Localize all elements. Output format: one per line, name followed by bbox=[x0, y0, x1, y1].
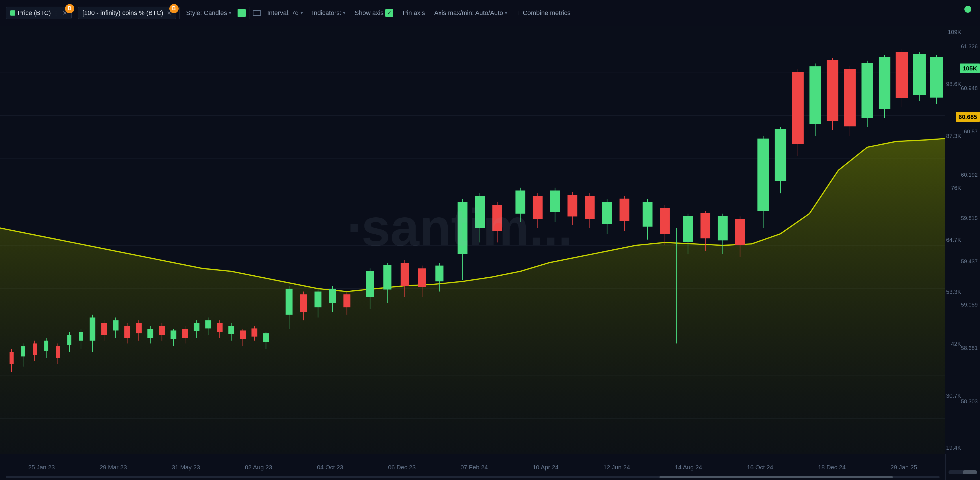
btc-label-2: 60.948 bbox=[961, 85, 978, 92]
price-label-109k: 109K bbox=[945, 29, 961, 35]
indicators-label: Indicators: bbox=[312, 9, 342, 17]
chart-area: ·santim... bbox=[0, 26, 945, 454]
svg-rect-95 bbox=[620, 199, 630, 221]
btc-label-5: 59.815 bbox=[961, 215, 978, 222]
indicators-control[interactable]: Indicators: ▾ bbox=[309, 8, 348, 19]
interval-icon[interactable] bbox=[253, 10, 261, 16]
metric1-label: Price (BTC) bbox=[18, 9, 51, 17]
svg-rect-51 bbox=[240, 331, 246, 339]
pin-axis-control[interactable]: Pin axis bbox=[400, 8, 428, 19]
price-label-76k: 76K bbox=[945, 185, 961, 192]
chart-svg: ·santim... bbox=[0, 26, 945, 454]
svg-rect-47 bbox=[217, 323, 223, 332]
price-label-647k: 64.7K bbox=[945, 237, 961, 243]
svg-rect-128 bbox=[913, 54, 926, 95]
date-label-6: 07 Feb 24 bbox=[460, 464, 488, 471]
status-dot bbox=[964, 6, 971, 13]
svg-rect-43 bbox=[194, 323, 199, 331]
svg-rect-27 bbox=[101, 323, 107, 335]
svg-rect-69 bbox=[383, 265, 391, 290]
show-axis-checkbox[interactable]: ✓ bbox=[385, 9, 393, 17]
svg-rect-63 bbox=[329, 288, 336, 303]
svg-rect-112 bbox=[775, 129, 786, 181]
date-label-3: 02 Aug 23 bbox=[245, 464, 272, 471]
svg-rect-13 bbox=[21, 346, 25, 356]
date-label-8: 12 Jun 24 bbox=[603, 464, 630, 471]
price-label-873k: 87.3K bbox=[945, 133, 961, 139]
svg-rect-21 bbox=[67, 335, 72, 345]
btc-label-4: 60.192 bbox=[961, 172, 978, 178]
combine-label: Combine metrics bbox=[523, 9, 571, 17]
date-label-10: 16 Oct 24 bbox=[747, 464, 773, 471]
svg-rect-35 bbox=[147, 329, 153, 338]
show-axis-control[interactable]: Show axis ✓ bbox=[352, 7, 396, 19]
svg-rect-126 bbox=[896, 52, 908, 98]
svg-text:·santim...: ·santim... bbox=[347, 198, 572, 256]
btc-label-9: 58.303 bbox=[961, 398, 978, 405]
svg-rect-120 bbox=[844, 69, 856, 127]
combine-metrics-btn[interactable]: + Combine metrics bbox=[514, 7, 574, 19]
svg-rect-61 bbox=[315, 291, 321, 307]
style-label: Style: Candles bbox=[186, 9, 227, 17]
svg-rect-93 bbox=[602, 202, 612, 224]
svg-rect-67 bbox=[366, 271, 374, 297]
axis-minmax-control[interactable]: Axis max/min: Auto/Auto ▾ bbox=[431, 8, 510, 19]
svg-rect-53 bbox=[251, 328, 257, 337]
svg-rect-75 bbox=[435, 266, 443, 281]
svg-rect-114 bbox=[792, 72, 804, 144]
svg-rect-102 bbox=[683, 216, 693, 242]
price-label-307k: 30.7K bbox=[945, 393, 961, 399]
metric-tag-price[interactable]: B Price (BTC) ⋮ ✕ bbox=[6, 6, 72, 19]
svg-rect-104 bbox=[700, 213, 710, 238]
pin-axis-label: Pin axis bbox=[402, 9, 425, 17]
scrollbar-corner bbox=[945, 454, 980, 480]
svg-rect-99 bbox=[660, 208, 670, 234]
date-label-0: 25 Jan 23 bbox=[28, 464, 55, 471]
date-label-9: 14 Aug 24 bbox=[675, 464, 702, 471]
scrollbar-thumb[interactable] bbox=[963, 470, 977, 474]
metric-tag-coins[interactable]: B [100 - infinity) coins % (BTC) ✕ bbox=[78, 6, 176, 19]
svg-rect-124 bbox=[879, 57, 891, 109]
btc-label-8: 58.681 bbox=[961, 345, 978, 351]
svg-rect-15 bbox=[33, 344, 37, 355]
btc-label-3: 60.57 bbox=[964, 128, 978, 135]
combine-plus-icon: + bbox=[517, 9, 521, 17]
show-axis-label: Show axis bbox=[355, 9, 383, 17]
svg-rect-37 bbox=[159, 326, 165, 335]
h-scrollbar[interactable] bbox=[0, 474, 945, 480]
price-label-194k: 19.4K bbox=[945, 445, 961, 451]
axis-minmax-label: Axis max/min: Auto/Auto bbox=[434, 9, 503, 17]
date-label-5: 06 Dec 23 bbox=[388, 464, 416, 471]
price-color-dot bbox=[10, 10, 15, 16]
interval-label: Interval: 7d bbox=[267, 9, 299, 17]
svg-rect-130 bbox=[930, 57, 943, 98]
candle-color-btn[interactable] bbox=[237, 9, 246, 17]
svg-rect-41 bbox=[182, 329, 188, 338]
btc-badge-1: B bbox=[65, 4, 74, 13]
h-scrollbar-thumb[interactable] bbox=[660, 476, 893, 478]
h-scrollbar-track[interactable] bbox=[6, 476, 940, 478]
metric1-more[interactable]: ⋮ bbox=[53, 10, 59, 16]
date-label-4: 04 Oct 23 bbox=[317, 464, 343, 471]
metric2-label: [100 - infinity) coins % (BTC) bbox=[83, 9, 163, 17]
toolbar: B Price (BTC) ⋮ ✕ B [100 - infinity) coi… bbox=[0, 0, 980, 26]
svg-rect-49 bbox=[228, 326, 234, 334]
svg-rect-122 bbox=[862, 63, 873, 118]
svg-rect-118 bbox=[827, 60, 838, 120]
scrollbar-track[interactable] bbox=[948, 470, 977, 474]
style-caret: ▾ bbox=[229, 10, 231, 16]
svg-rect-29 bbox=[113, 320, 118, 331]
btc-label-6: 59.437 bbox=[961, 258, 978, 265]
svg-rect-31 bbox=[124, 326, 130, 338]
left-price-axis: 109K 98.6K 87.3K 76K 64.7K 53.3K 42K 30.… bbox=[945, 26, 961, 454]
date-label-11: 18 Dec 24 bbox=[818, 464, 846, 471]
svg-rect-65 bbox=[343, 295, 350, 307]
svg-rect-71 bbox=[401, 263, 409, 286]
btc-badge-2: B bbox=[169, 4, 178, 13]
toolbar-divider-2 bbox=[249, 7, 250, 19]
interval-control[interactable]: Interval: 7d ▾ bbox=[264, 8, 306, 19]
btc-label-7: 59.059 bbox=[961, 302, 978, 308]
style-control[interactable]: Style: Candles ▾ bbox=[183, 8, 234, 19]
svg-rect-55 bbox=[263, 333, 269, 342]
svg-rect-33 bbox=[136, 323, 142, 333]
